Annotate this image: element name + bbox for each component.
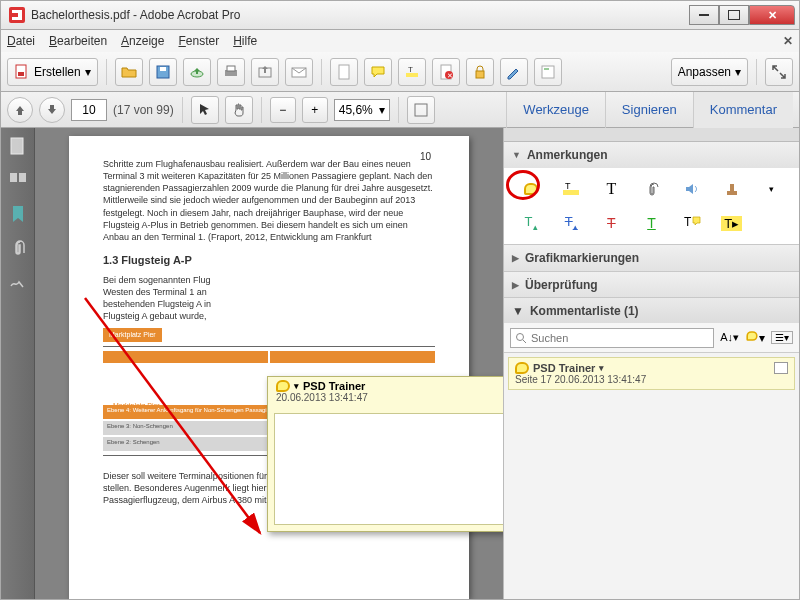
zoom-out-button[interactable]: − [270, 97, 296, 123]
dropdown-icon[interactable]: ▾ [599, 363, 604, 373]
save-button[interactable] [149, 58, 177, 86]
fullscreen-button[interactable] [765, 58, 793, 86]
folder-open-icon [121, 64, 137, 80]
filter-button[interactable]: ▾ [745, 330, 765, 345]
chevron-right-icon: ▶ [512, 253, 519, 263]
share-button[interactable] [251, 58, 279, 86]
section-label: Anmerkungen [527, 148, 608, 162]
note-timestamp: 20.06.2013 13:41:47 [276, 392, 503, 403]
page-down-button[interactable] [39, 97, 65, 123]
menu-close-icon[interactable]: ✕ [783, 34, 793, 48]
lock-button[interactable] [466, 58, 494, 86]
figure-1: Marktplatz Pier [103, 328, 435, 362]
text-box-icon: T▸ [721, 216, 742, 231]
envelope-icon [291, 64, 307, 80]
menu-hilfe[interactable]: Hilfe [233, 34, 257, 48]
ueberpruefung-header[interactable]: ▶Überprüfung [504, 271, 799, 297]
sign-button[interactable] [500, 58, 528, 86]
comment-list-item[interactable]: PSD Trainer▾ Seite 17 20.06.2013 13:41:4… [508, 357, 795, 390]
page-number-input[interactable] [71, 99, 107, 121]
panel-grip[interactable] [504, 128, 799, 142]
audio-tool[interactable] [675, 176, 709, 202]
select-tool-button[interactable] [191, 96, 219, 124]
options-button[interactable]: ☰▾ [771, 331, 793, 344]
dropdown-icon: ▾ [379, 103, 385, 117]
zoom-value: 45,6% [339, 103, 373, 117]
note-textarea[interactable] [274, 413, 503, 525]
page-button[interactable] [330, 58, 358, 86]
menu-datei[interactable]: Datei [7, 34, 35, 48]
strikethrough-insert-tool[interactable]: T▴ [554, 210, 588, 236]
highlight-button[interactable]: T [398, 58, 426, 86]
kommentar-tab[interactable]: Kommentar [693, 92, 793, 128]
open-button[interactable] [115, 58, 143, 86]
window-minimize-button[interactable] [689, 5, 719, 25]
svg-rect-21 [19, 173, 26, 182]
window-titlebar: Bachelorthesis.pdf - Adobe Acrobat Pro [0, 0, 800, 30]
page-up-button[interactable] [7, 97, 33, 123]
comment-checkbox[interactable] [774, 362, 788, 374]
grafik-header[interactable]: ▶Grafikmarkierungen [504, 245, 799, 271]
email-button[interactable] [285, 58, 313, 86]
chevron-down-icon: ▼ [512, 150, 521, 160]
window-close-button[interactable] [749, 5, 795, 25]
fit-width-button[interactable] [407, 96, 435, 124]
attach-tool[interactable] [634, 176, 668, 202]
section-label: Grafikmarkierungen [525, 251, 639, 265]
sticky-note-tool[interactable] [514, 176, 548, 202]
signieren-tab[interactable]: Signieren [605, 92, 693, 128]
printer-icon [223, 64, 239, 80]
bookmarks-icon[interactable] [8, 204, 28, 224]
insert-text-tool[interactable]: T▴ [514, 210, 548, 236]
delete-button[interactable]: ✕ [432, 58, 460, 86]
svg-text:✕: ✕ [447, 72, 453, 79]
print-button[interactable] [217, 58, 245, 86]
text-tool[interactable]: T [594, 176, 628, 202]
anmerkungen-header[interactable]: ▼Anmerkungen [504, 142, 799, 168]
figure-label: Marktplatz Pier [113, 401, 160, 410]
sticky-note-popup[interactable]: ▾ PSD Trainer 20.06.2013 13:41:47 [267, 376, 503, 532]
stamp-tool[interactable] [715, 176, 749, 202]
sort-button[interactable]: A↓▾ [720, 331, 739, 344]
menu-fenster[interactable]: Fenster [178, 34, 219, 48]
comment-bubble-button[interactable] [364, 58, 392, 86]
menu-bearbeiten[interactable]: Bearbeiten [49, 34, 107, 48]
replace-text-icon: T▴ [565, 214, 578, 232]
strikethrough-tool[interactable]: T [594, 210, 628, 236]
document-viewport[interactable]: 10 Schritte zum Flughafenausbau realisie… [35, 128, 503, 599]
thumbnails-icon[interactable] [8, 136, 28, 156]
zoom-in-button[interactable]: + [302, 97, 328, 123]
menu-anzeige[interactable]: Anzeige [121, 34, 164, 48]
speech-bubble-icon [370, 64, 386, 80]
signatures-icon[interactable] [8, 272, 28, 292]
stamp-dropdown[interactable]: ▾ [755, 176, 789, 202]
text-comment-tool[interactable]: T [675, 210, 709, 236]
dropdown-icon[interactable]: ▾ [294, 381, 299, 391]
filter-icon [746, 331, 757, 341]
section-label: Überprüfung [525, 278, 598, 292]
anpassen-button[interactable]: Anpassen ▾ [671, 58, 748, 86]
cloud-button[interactable] [183, 58, 211, 86]
pages-icon[interactable] [8, 170, 28, 190]
svg-rect-3 [160, 67, 166, 71]
underline-tool[interactable]: T [634, 210, 668, 236]
dropdown-icon: ▾ [735, 65, 741, 79]
svg-rect-27 [730, 184, 734, 191]
underline-icon: T [647, 215, 656, 231]
note-icon [515, 362, 529, 374]
attachments-icon[interactable] [8, 238, 28, 258]
body-paragraph: Schritte zum Flughafenausbau realisiert.… [103, 158, 435, 243]
erstellen-button[interactable]: Erstellen ▾ [7, 58, 98, 86]
form-button[interactable] [534, 58, 562, 86]
svg-rect-9 [339, 65, 349, 79]
hand-tool-button[interactable] [225, 96, 253, 124]
text-highlight-tool[interactable]: T▸ [715, 210, 749, 236]
werkzeuge-tab[interactable]: Werkzeuge [506, 92, 605, 128]
zoom-select[interactable]: 45,6%▾ [334, 99, 390, 121]
comment-search-input[interactable] [510, 328, 714, 348]
cursor-icon [197, 102, 213, 118]
kommentarliste-header[interactable]: ▼Kommentarliste (1) [504, 297, 799, 323]
annotation-tools: T T ▾ T▴ T▴ T T T T▸ [504, 168, 799, 244]
window-maximize-button[interactable] [719, 5, 749, 25]
highlight-tool[interactable]: T [554, 176, 588, 202]
